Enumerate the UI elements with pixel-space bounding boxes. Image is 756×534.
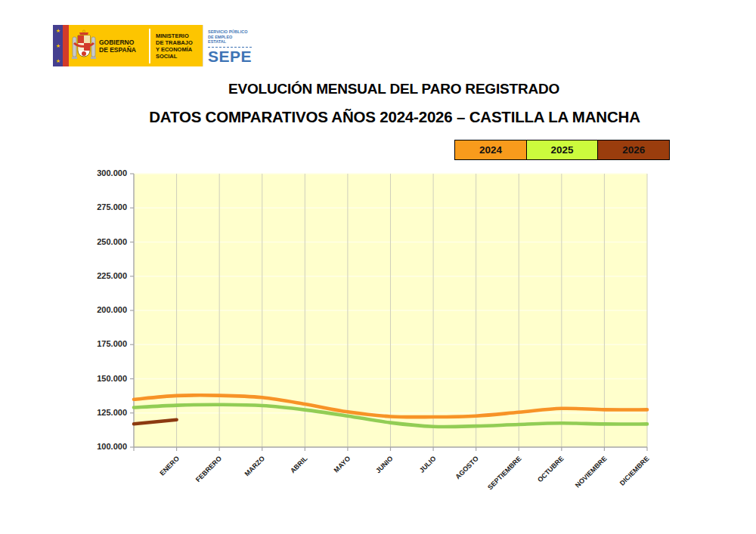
- gobierno-line-1: GOBIERNO: [99, 39, 149, 46]
- gobierno-line-2: DE ESPAÑA: [99, 46, 149, 54]
- report-page: ★ ★ ★ GOBIERNO: [0, 0, 756, 534]
- x-tick-label-octubre: OCTUBRE: [536, 455, 565, 484]
- y-tick-label: 250.000: [97, 237, 127, 246]
- x-tick-label-noviembre: NOVIEMBRE: [574, 455, 609, 489]
- page-title: EVOLUCIÓN MENSUAL DEL PARO REGISTRADO: [16, 81, 756, 97]
- gobierno-de-espana-label: GOBIERNO DE ESPAÑA: [99, 25, 149, 66]
- x-tick-label-agosto: AGOSTO: [454, 455, 480, 481]
- x-tick-label-marzo: MARZO: [243, 455, 265, 477]
- escudo-coat-of-arms-icon: [72, 29, 96, 63]
- x-tick-label-enero: ENERO: [158, 455, 181, 477]
- legend-item-2024: 2024: [454, 140, 527, 160]
- y-tick-label: 125.000: [97, 408, 127, 417]
- ministerio-line-3: Y ECONOMÍA SOCIAL: [156, 46, 203, 60]
- ministerio-label: MINISTERIO DE TRABAJO Y ECONOMÍA SOCIAL: [150, 25, 203, 66]
- sepe-wordmark: SEPE: [208, 48, 252, 65]
- y-tick-label: 150.000: [97, 374, 127, 383]
- x-tick-label-julio: JULIO: [417, 455, 437, 474]
- y-tick-label: 200.000: [97, 305, 127, 314]
- y-tick-label: 300.000: [97, 168, 127, 177]
- x-tick-label-abril: ABRIL: [289, 455, 309, 475]
- legend-item-2025: 2025: [526, 140, 599, 160]
- flag-stars-icon: ★ ★ ★: [54, 28, 63, 63]
- y-tick-label: 175.000: [97, 339, 127, 348]
- sepe-small-line-1: SERVICIO PÚBLICO: [208, 29, 252, 35]
- x-tick-label-septiembre: SEPTIEMBRE: [486, 455, 522, 491]
- ministerio-line-1: MINISTERIO: [156, 32, 203, 39]
- sepe-small-text: SERVICIO PÚBLICO DE EMPLEO ESTATAL: [208, 29, 252, 45]
- page-subtitle: DATOS COMPARATIVOS AÑOS 2024-2026 – CAST…: [17, 108, 756, 126]
- y-tick-label: 275.000: [97, 202, 127, 211]
- sepe-gobierno-logo: ★ ★ ★ GOBIERNO: [53, 25, 256, 66]
- x-tick-label-mayo: MAYO: [332, 455, 352, 474]
- x-tick-label-junio: JUNIO: [374, 455, 395, 475]
- chart-plot-area: [134, 174, 647, 447]
- x-tick-label-diciembre: DICIEMBRE: [618, 455, 651, 487]
- spain-flag-motif: ★ ★ ★: [53, 25, 69, 66]
- sepe-logo-box: SERVICIO PÚBLICO DE EMPLEO ESTATAL SEPE: [203, 25, 256, 66]
- series-line-2026: [134, 420, 177, 424]
- flag-red-stripe: [63, 25, 69, 66]
- sepe-small-line-2: DE EMPLEO ESTATAL: [208, 35, 252, 45]
- ministerio-line-2: DE TRABAJO: [156, 39, 203, 46]
- chart-svg: [134, 174, 647, 447]
- legend-item-2026: 2026: [597, 140, 670, 160]
- x-tick-label-febrero: FEBRERO: [194, 455, 223, 483]
- y-tick-label: 225.000: [97, 271, 127, 280]
- coat-of-arms-wrap: [69, 25, 99, 66]
- y-tick-label: 100.000: [97, 442, 127, 451]
- chart-legend: 202420252026: [454, 140, 670, 160]
